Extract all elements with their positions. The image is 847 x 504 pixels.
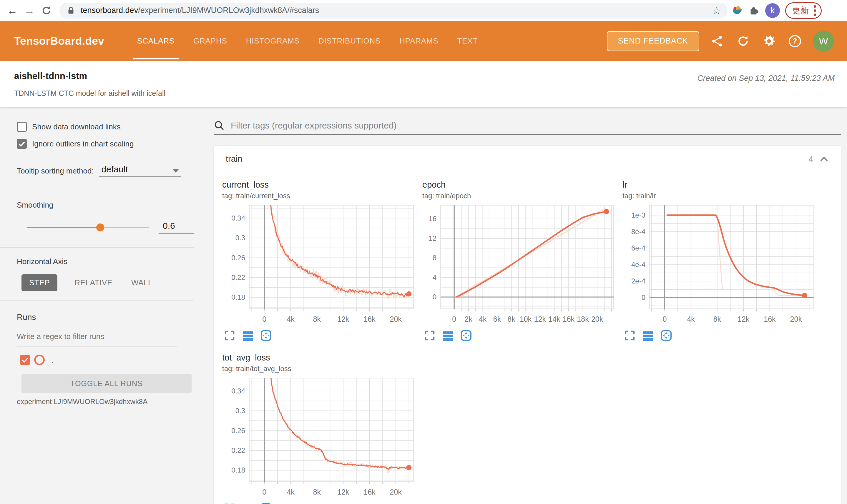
- chrome-update-menu[interactable]: 更新: [785, 2, 822, 19]
- svg-text:18k: 18k: [577, 315, 589, 323]
- chevron-down-icon: [173, 169, 179, 173]
- reload-icon[interactable]: [39, 3, 54, 18]
- svg-text:0.18: 0.18: [231, 466, 245, 474]
- tab-histograms[interactable]: HISTOGRAMS: [246, 21, 299, 61]
- search-icon: [214, 120, 225, 131]
- horizontal-axis-label: Horizontal Axis: [17, 257, 194, 266]
- svg-text:20k: 20k: [790, 315, 802, 323]
- tooltip-sorting-value: default: [102, 164, 128, 174]
- extensions-puzzle-icon[interactable]: [746, 3, 762, 18]
- chart-title: lr: [622, 180, 817, 190]
- tab-hparams[interactable]: HPARAMS: [399, 21, 438, 61]
- svg-text:12k: 12k: [534, 315, 546, 323]
- nav-tabs: SCALARS GRAPHS HISTOGRAMS DISTRIBUTIONS …: [137, 21, 478, 61]
- sidebar-divider: [0, 301, 194, 301]
- svg-text:0: 0: [452, 315, 456, 323]
- svg-text:12k: 12k: [738, 315, 749, 323]
- help-glyph: ?: [788, 34, 802, 48]
- flush-y-axis-icon[interactable]: [242, 503, 254, 504]
- chart-toolbar: [624, 330, 817, 341]
- flush-y-axis-icon[interactable]: [442, 330, 453, 341]
- experiment-id-line: experiment LJI9MWUORLOw3jkdhxwk8A: [17, 398, 194, 406]
- chart-tag: tag: train/tot_avg_loss: [222, 365, 417, 373]
- back-icon[interactable]: ←: [5, 3, 20, 18]
- extension-bowl-icon[interactable]: [729, 3, 745, 18]
- filter-tags-placeholder: Filter tags (regular expressions support…: [231, 121, 397, 130]
- svg-text:4k: 4k: [687, 315, 695, 323]
- run-checkbox[interactable]: [20, 355, 30, 365]
- settings-gear-icon[interactable]: [761, 33, 777, 49]
- user-avatar[interactable]: W: [813, 31, 834, 52]
- axis-step-button[interactable]: STEP: [21, 274, 57, 291]
- tab-text[interactable]: TEXT: [457, 21, 478, 61]
- tab-distributions[interactable]: DISTRIBUTIONS: [318, 21, 381, 61]
- settings-sidebar: Show data download links Ignore outliers…: [0, 107, 194, 504]
- show-download-links-row[interactable]: Show data download links: [17, 121, 194, 132]
- expand-chart-icon[interactable]: [224, 503, 235, 504]
- show-download-links-checkbox[interactable]: [17, 122, 27, 132]
- flush-y-axis-icon[interactable]: [642, 330, 654, 341]
- chart-toolbar: [224, 330, 417, 341]
- experiment-created-date: Created on Sep 13, 2021, 11:59:23 AM: [697, 74, 835, 83]
- browser-profile-avatar[interactable]: k: [765, 3, 780, 18]
- chart-plot[interactable]: 0.180.220.260.30.3404k8k12k16k20k: [222, 203, 417, 324]
- expand-chart-icon[interactable]: [424, 330, 435, 341]
- svg-text:16k: 16k: [363, 315, 376, 323]
- toggle-all-runs-button[interactable]: TOGGLE ALL RUNS: [21, 374, 192, 393]
- axis-wall-button[interactable]: WALL: [129, 274, 154, 291]
- svg-text:10k: 10k: [520, 315, 532, 323]
- share-glyph: [711, 35, 724, 48]
- experiment-subtitle: TDNN-LSTM CTC model for aishell with ice…: [14, 89, 835, 97]
- url-path: /experiment/LJI9MWUORLOw3jkdhxwk8A/#scal…: [138, 6, 319, 15]
- header-actions: SEND FEEDBACK ?: [607, 31, 834, 52]
- tab-scalars[interactable]: SCALARS: [137, 21, 174, 61]
- tab-graphs[interactable]: GRAPHS: [193, 21, 227, 61]
- axis-relative-button[interactable]: RELATIVE: [73, 274, 114, 291]
- send-feedback-button[interactable]: SEND FEEDBACK: [607, 31, 699, 51]
- svg-text:6k: 6k: [493, 315, 501, 323]
- url-bar[interactable]: tensorboard.dev/experiment/LJI9MWUORLOw3…: [59, 3, 727, 19]
- bookmark-star-icon[interactable]: ☆: [712, 5, 721, 16]
- chart-plot[interactable]: 048121602k4k6k8k10k12k14k16k18k20k: [422, 203, 617, 324]
- slider-knob[interactable]: [96, 223, 104, 231]
- group-chart-count: 4: [809, 155, 813, 164]
- sidebar-divider: [0, 191, 194, 191]
- bowl-glyph: [731, 5, 743, 16]
- svg-text:0: 0: [662, 315, 667, 323]
- chart-lr: lrtag: train/lr02e-44e-46e-48e-41e-304k8…: [622, 180, 817, 341]
- ignore-outliers-row[interactable]: Ignore outliers in chart scaling: [17, 138, 194, 150]
- help-icon[interactable]: ?: [787, 33, 803, 49]
- reset-zoom-icon[interactable]: [260, 330, 272, 341]
- svg-text:4k: 4k: [287, 315, 295, 323]
- chevron-up-icon[interactable]: [819, 155, 829, 163]
- url-text: tensorboard.dev/experiment/LJI9MWUORLOw3…: [81, 6, 319, 15]
- runs-filter-input[interactable]: Write a regex to filter runs: [17, 332, 177, 346]
- train-group-header[interactable]: train 4: [214, 146, 841, 172]
- tooltip-sorting-select[interactable]: default: [99, 164, 181, 177]
- run-row[interactable]: .: [20, 354, 194, 366]
- expand-chart-icon[interactable]: [224, 330, 235, 341]
- reset-zoom-icon[interactable]: [661, 330, 672, 341]
- forward-icon[interactable]: →: [22, 3, 37, 18]
- refresh-icon[interactable]: [735, 33, 751, 49]
- chart-plot[interactable]: 0.180.220.260.30.3404k8k12k16k20k: [222, 376, 417, 497]
- chart-title: tot_avg_loss: [222, 353, 417, 363]
- expand-chart-icon[interactable]: [624, 330, 635, 341]
- svg-text:8k: 8k: [507, 315, 515, 323]
- share-icon[interactable]: [709, 33, 725, 49]
- url-host: tensorboard.dev: [81, 6, 138, 15]
- smoothing-slider[interactable]: [27, 223, 149, 231]
- flush-y-axis-icon[interactable]: [242, 330, 254, 341]
- svg-text:20k: 20k: [390, 488, 402, 496]
- svg-text:16k: 16k: [764, 315, 776, 323]
- reset-zoom-icon[interactable]: [260, 503, 272, 504]
- gear-glyph: [762, 34, 776, 48]
- smoothing-value-input[interactable]: 0.6: [159, 221, 194, 234]
- svg-text:14k: 14k: [548, 315, 560, 323]
- filter-tags-row[interactable]: Filter tags (regular expressions support…: [214, 119, 841, 132]
- ignore-outliers-checkbox[interactable]: [17, 139, 27, 149]
- reset-zoom-icon[interactable]: [461, 330, 472, 341]
- reload-glyph: [41, 5, 52, 16]
- chart-tot_avg_loss: tot_avg_losstag: train/tot_avg_loss0.180…: [222, 353, 417, 504]
- chart-plot[interactable]: 02e-44e-46e-48e-41e-304k8k12k16k20k: [622, 203, 817, 324]
